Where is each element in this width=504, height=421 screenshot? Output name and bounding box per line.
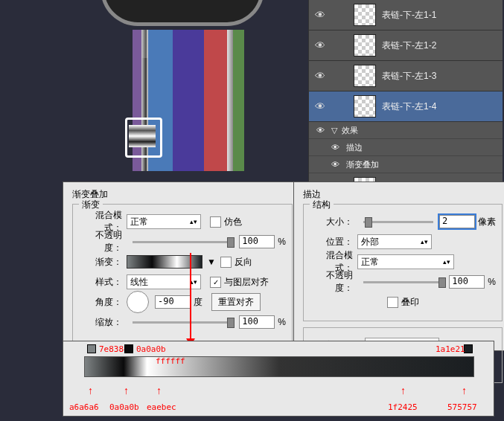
gradient-stop-top[interactable] <box>464 344 474 355</box>
scale-slider[interactable] <box>133 321 233 324</box>
layer-row[interactable]: 👁表链-下-左1-5 <box>309 173 503 181</box>
layer-effects-header[interactable]: 👁▽效果 <box>309 122 503 139</box>
section-label: 结构 <box>310 199 334 211</box>
angle-dial[interactable] <box>127 291 149 313</box>
layers-panel: 👁表链-下-左1-1 👁表链-下-左1-2 👁表链-下-左1-3 👁表链-下-左… <box>308 0 503 181</box>
reverse-checkbox[interactable] <box>220 257 232 268</box>
blend-mode-select[interactable]: 正常▴▾ <box>127 214 201 229</box>
layer-effect-gradient[interactable]: 👁渐变叠加 <box>309 156 503 173</box>
opacity-slider[interactable] <box>363 281 443 283</box>
gradient-editor: 7e8384 0a0a0b ffffff 1a1e21 ↑ a6a6a6 ↑ 0… <box>63 341 494 417</box>
annotation-arrow <box>190 253 191 350</box>
visibility-toggle[interactable]: 👁 <box>309 70 331 82</box>
visibility-toggle[interactable]: 👁 <box>309 100 331 112</box>
size-label: 大小： <box>310 216 353 228</box>
overprint-checkbox[interactable] <box>387 297 398 308</box>
angle-input[interactable]: -90 <box>155 295 191 309</box>
size-slider[interactable] <box>363 221 433 223</box>
section-label: 渐变 <box>79 199 103 211</box>
opacity-input[interactable]: 100 <box>239 235 275 248</box>
gradient-stop-top[interactable] <box>124 344 135 355</box>
visibility-toggle[interactable]: 👁 <box>309 39 331 51</box>
overprint-label: 叠印 <box>401 296 419 309</box>
gradient-overlay-panel: 渐变叠加 渐变 混合模式： 正常▴▾ 仿色 不透明度： 100 % 渐变： ▼ … <box>63 181 302 351</box>
scale-input[interactable]: 100 <box>239 315 275 329</box>
size-input[interactable]: 2 <box>439 215 475 228</box>
reset-align-button[interactable]: 重置对齐 <box>211 293 261 311</box>
dither-label: 仿色 <box>224 216 242 228</box>
layer-row[interactable]: 👁表链-下-左1-3 <box>309 61 503 91</box>
panel-title: 渐变叠加 <box>72 188 293 201</box>
layer-row[interactable]: 👁表链-下-左1-2 <box>309 30 503 61</box>
layer-row-selected[interactable]: 👁表链-下-左1-4 <box>309 91 503 122</box>
selected-segment-highlight <box>125 118 162 158</box>
position-select[interactable]: 外部▴▾ <box>357 234 432 249</box>
angle-label: 角度： <box>79 296 122 309</box>
watch-preview <box>0 0 298 182</box>
align-checkbox[interactable]: ✓ <box>210 277 221 288</box>
gradient-label: 渐变： <box>79 256 122 269</box>
blend-mode-select[interactable]: 正常▴▾ <box>357 254 454 269</box>
layer-effect-stroke[interactable]: 👁描边 <box>309 139 503 156</box>
visibility-toggle[interactable]: 👁 <box>309 9 331 21</box>
reverse-label: 反向 <box>235 256 252 269</box>
layer-row[interactable]: 👁表链-下-左1-1 <box>309 0 503 30</box>
opacity-label: 不透明度： <box>310 269 353 295</box>
gradient-strip[interactable] <box>84 356 474 377</box>
position-label: 位置： <box>310 236 353 248</box>
scale-label: 缩放： <box>79 316 122 329</box>
opacity-slider[interactable] <box>133 241 233 243</box>
gradient-stop-top[interactable] <box>87 344 98 355</box>
stroke-panel: 描边 结构 大小： 2 像素 位置： 外部▴▾ 混合模式： 正常▴▾ 不透明度：… <box>293 181 504 351</box>
opacity-label: 不透明度： <box>79 229 122 254</box>
dither-checkbox[interactable] <box>210 216 221 228</box>
style-label: 样式： <box>79 276 122 289</box>
align-label: 与图层对齐 <box>224 276 269 289</box>
opacity-input[interactable]: 100 <box>449 275 485 289</box>
